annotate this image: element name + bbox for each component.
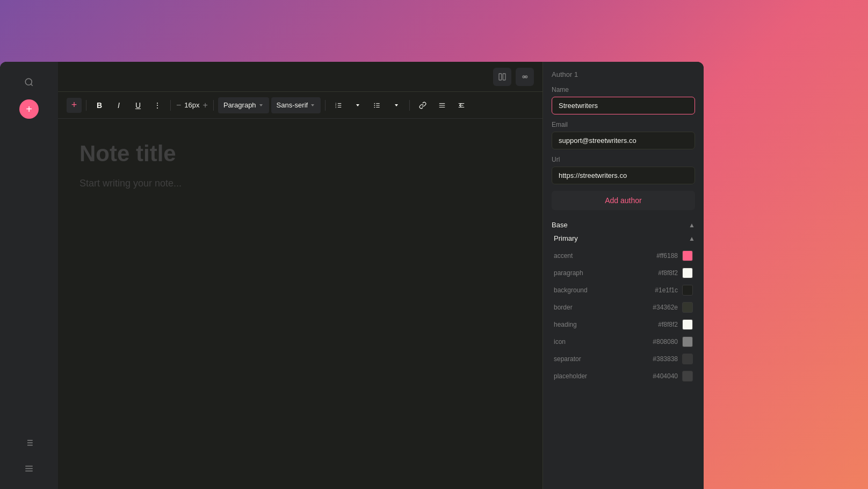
color-hex: #f8f8f2 [658, 269, 678, 277]
format-add-button[interactable]: + [67, 98, 82, 113]
color-row[interactable]: paragraph #f8f8f2 [552, 265, 695, 281]
font-size-increase[interactable]: + [202, 100, 209, 110]
note-title: Note title [79, 140, 521, 167]
color-name: placeholder [554, 372, 653, 380]
color-row[interactable]: placeholder #404040 [552, 368, 695, 384]
bullet-list-button[interactable] [368, 97, 386, 114]
color-name: separator [554, 355, 653, 363]
add-note-button[interactable]: + [19, 99, 39, 119]
editor-content[interactable]: Note title Start writing your note... [58, 119, 542, 489]
color-name: background [554, 286, 655, 294]
fmt-sep-4 [325, 100, 326, 111]
base-section-title: Base [552, 221, 568, 229]
format-toolbar: + B I U ⋮ − 16px + Paragraph Sans-serif [58, 92, 542, 119]
sidebar-top: + [19, 70, 39, 119]
add-icon: + [26, 103, 32, 116]
svg-text:3: 3 [335, 106, 336, 108]
color-hex: #1e1f1c [655, 286, 678, 294]
base-collapsible[interactable]: Base ▲ [552, 221, 695, 229]
color-hex: #f8f8f2 [658, 321, 678, 328]
fmt-sep-2 [170, 100, 171, 111]
color-swatch[interactable] [682, 371, 693, 382]
svg-point-25 [374, 105, 375, 106]
color-swatch[interactable] [682, 268, 693, 278]
layout-columns-button[interactable] [493, 68, 511, 86]
list-icon[interactable] [19, 433, 39, 452]
base-chevron-icon: ▲ [689, 221, 695, 229]
paragraph-dropdown[interactable]: Paragraph [218, 97, 269, 113]
toolbar-right [493, 68, 534, 86]
primary-collapsible[interactable]: Primary ▲ [552, 234, 695, 242]
font-size-control: − 16px + [175, 100, 209, 110]
app-window: + [0, 62, 704, 489]
preview-button[interactable] [516, 68, 534, 86]
color-hex: #ff6188 [656, 252, 678, 260]
sidebar-bottom [19, 433, 39, 478]
primary-chevron-icon: ▲ [689, 235, 695, 242]
align-button[interactable] [433, 97, 451, 114]
svg-point-0 [25, 78, 32, 85]
color-swatch[interactable] [682, 354, 693, 364]
svg-point-24 [374, 103, 375, 104]
italic-button[interactable]: I [110, 97, 127, 114]
sidebar: + [0, 62, 58, 489]
color-row[interactable]: background #1e1f1c [552, 282, 695, 298]
author-section-title: Author 1 [552, 70, 695, 78]
font-label: Sans-serif [277, 101, 308, 109]
fmt-sep-5 [409, 100, 410, 111]
color-swatch[interactable] [682, 319, 693, 330]
name-input[interactable] [552, 97, 695, 114]
font-dropdown[interactable]: Sans-serif [271, 97, 321, 113]
color-list: accent #ff6188 paragraph #f8f8f2 backgro… [552, 248, 695, 384]
search-button[interactable] [19, 73, 39, 92]
more-options-button[interactable]: ⋮ [149, 97, 166, 114]
ordered-list-dropdown[interactable] [349, 97, 366, 114]
ordered-list-button[interactable]: 1 2 3 [330, 97, 347, 114]
url-label: Url [552, 156, 695, 163]
color-row[interactable]: separator #383838 [552, 351, 695, 367]
color-row[interactable]: heading #f8f8f2 [552, 317, 695, 333]
color-name: icon [554, 338, 653, 346]
color-row[interactable]: accent #ff6188 [552, 248, 695, 264]
svg-line-1 [31, 84, 32, 85]
fmt-sep-3 [213, 100, 214, 111]
color-row[interactable]: icon #808080 [552, 334, 695, 350]
svg-rect-11 [499, 74, 502, 80]
primary-section-title: Primary [554, 234, 578, 242]
url-input[interactable] [552, 167, 695, 184]
add-author-button[interactable]: Add author [552, 191, 695, 210]
bullet-list-dropdown[interactable] [388, 97, 405, 114]
color-swatch[interactable] [682, 302, 693, 313]
fmt-sep-1 [86, 100, 86, 111]
underline-button[interactable]: U [129, 97, 147, 114]
svg-point-26 [374, 106, 375, 107]
right-panel: Author 1 Name Email Url Add author Base … [542, 62, 704, 489]
font-size-value: 16px [184, 101, 199, 109]
color-name: heading [554, 321, 658, 328]
color-row[interactable]: border #34362e [552, 299, 695, 315]
color-swatch[interactable] [682, 285, 693, 296]
color-name: border [554, 304, 653, 311]
color-name: accent [554, 252, 656, 260]
main-area: + B I U ⋮ − 16px + Paragraph Sans-serif [58, 62, 542, 489]
email-input[interactable] [552, 132, 695, 149]
menu-icon[interactable] [19, 459, 39, 478]
color-hex: #34362e [653, 304, 678, 311]
font-size-decrease[interactable]: − [175, 100, 182, 110]
rtl-button[interactable] [453, 97, 470, 114]
email-label: Email [552, 121, 695, 128]
link-button[interactable] [414, 97, 431, 114]
note-placeholder: Start writing your note... [79, 178, 521, 189]
color-hex: #404040 [653, 372, 678, 380]
color-swatch[interactable] [682, 336, 693, 347]
color-name: paragraph [554, 269, 658, 277]
color-swatch[interactable] [682, 250, 693, 261]
svg-rect-12 [503, 74, 505, 80]
editor-toolbar [58, 62, 542, 92]
paragraph-label: Paragraph [223, 101, 256, 109]
color-hex: #383838 [653, 355, 678, 363]
name-label: Name [552, 86, 695, 94]
bold-button[interactable]: B [91, 97, 108, 114]
color-hex: #808080 [653, 338, 678, 346]
